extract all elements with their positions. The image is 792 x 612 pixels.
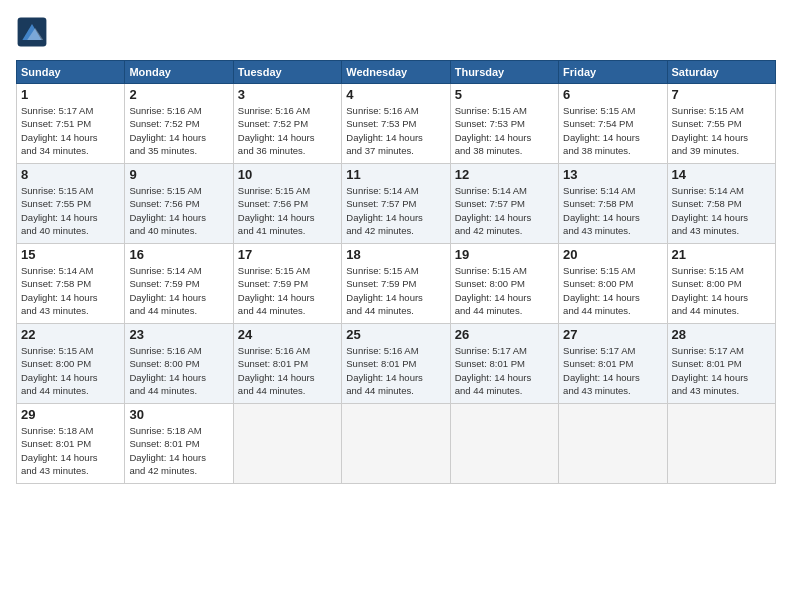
day-info: Sunrise: 5:15 AM Sunset: 7:56 PM Dayligh…	[238, 184, 337, 237]
calendar-cell: 24Sunrise: 5:16 AM Sunset: 8:01 PM Dayli…	[233, 324, 341, 404]
calendar-week-row: 1Sunrise: 5:17 AM Sunset: 7:51 PM Daylig…	[17, 84, 776, 164]
day-number: 21	[672, 247, 771, 262]
day-info: Sunrise: 5:15 AM Sunset: 7:59 PM Dayligh…	[238, 264, 337, 317]
day-number: 25	[346, 327, 445, 342]
calendar-cell: 25Sunrise: 5:16 AM Sunset: 8:01 PM Dayli…	[342, 324, 450, 404]
weekday-header: Saturday	[667, 61, 775, 84]
day-info: Sunrise: 5:14 AM Sunset: 7:57 PM Dayligh…	[346, 184, 445, 237]
day-number: 18	[346, 247, 445, 262]
calendar-cell: 14Sunrise: 5:14 AM Sunset: 7:58 PM Dayli…	[667, 164, 775, 244]
day-number: 5	[455, 87, 554, 102]
day-info: Sunrise: 5:15 AM Sunset: 8:00 PM Dayligh…	[672, 264, 771, 317]
day-number: 26	[455, 327, 554, 342]
day-number: 24	[238, 327, 337, 342]
calendar-cell	[233, 404, 341, 484]
calendar-cell: 8Sunrise: 5:15 AM Sunset: 7:55 PM Daylig…	[17, 164, 125, 244]
calendar-cell: 9Sunrise: 5:15 AM Sunset: 7:56 PM Daylig…	[125, 164, 233, 244]
logo-icon	[16, 16, 48, 48]
calendar-cell: 4Sunrise: 5:16 AM Sunset: 7:53 PM Daylig…	[342, 84, 450, 164]
day-number: 12	[455, 167, 554, 182]
day-number: 2	[129, 87, 228, 102]
calendar-cell: 28Sunrise: 5:17 AM Sunset: 8:01 PM Dayli…	[667, 324, 775, 404]
day-info: Sunrise: 5:14 AM Sunset: 7:59 PM Dayligh…	[129, 264, 228, 317]
day-info: Sunrise: 5:15 AM Sunset: 7:56 PM Dayligh…	[129, 184, 228, 237]
day-info: Sunrise: 5:14 AM Sunset: 7:58 PM Dayligh…	[563, 184, 662, 237]
calendar-cell: 16Sunrise: 5:14 AM Sunset: 7:59 PM Dayli…	[125, 244, 233, 324]
day-info: Sunrise: 5:16 AM Sunset: 8:00 PM Dayligh…	[129, 344, 228, 397]
day-info: Sunrise: 5:18 AM Sunset: 8:01 PM Dayligh…	[21, 424, 120, 477]
day-number: 28	[672, 327, 771, 342]
calendar-cell	[342, 404, 450, 484]
day-number: 9	[129, 167, 228, 182]
calendar-cell: 18Sunrise: 5:15 AM Sunset: 7:59 PM Dayli…	[342, 244, 450, 324]
calendar-cell: 29Sunrise: 5:18 AM Sunset: 8:01 PM Dayli…	[17, 404, 125, 484]
calendar-cell	[450, 404, 558, 484]
calendar-cell: 21Sunrise: 5:15 AM Sunset: 8:00 PM Dayli…	[667, 244, 775, 324]
day-info: Sunrise: 5:16 AM Sunset: 7:52 PM Dayligh…	[129, 104, 228, 157]
day-number: 23	[129, 327, 228, 342]
calendar-week-row: 8Sunrise: 5:15 AM Sunset: 7:55 PM Daylig…	[17, 164, 776, 244]
calendar-week-row: 29Sunrise: 5:18 AM Sunset: 8:01 PM Dayli…	[17, 404, 776, 484]
weekday-header: Thursday	[450, 61, 558, 84]
day-number: 14	[672, 167, 771, 182]
calendar-cell: 10Sunrise: 5:15 AM Sunset: 7:56 PM Dayli…	[233, 164, 341, 244]
calendar-cell: 3Sunrise: 5:16 AM Sunset: 7:52 PM Daylig…	[233, 84, 341, 164]
day-number: 17	[238, 247, 337, 262]
calendar-cell: 27Sunrise: 5:17 AM Sunset: 8:01 PM Dayli…	[559, 324, 667, 404]
calendar-cell: 1Sunrise: 5:17 AM Sunset: 7:51 PM Daylig…	[17, 84, 125, 164]
day-info: Sunrise: 5:15 AM Sunset: 7:59 PM Dayligh…	[346, 264, 445, 317]
day-info: Sunrise: 5:15 AM Sunset: 8:00 PM Dayligh…	[455, 264, 554, 317]
weekday-header: Tuesday	[233, 61, 341, 84]
day-number: 16	[129, 247, 228, 262]
day-info: Sunrise: 5:18 AM Sunset: 8:01 PM Dayligh…	[129, 424, 228, 477]
calendar-cell: 22Sunrise: 5:15 AM Sunset: 8:00 PM Dayli…	[17, 324, 125, 404]
calendar-cell: 5Sunrise: 5:15 AM Sunset: 7:53 PM Daylig…	[450, 84, 558, 164]
calendar-cell: 15Sunrise: 5:14 AM Sunset: 7:58 PM Dayli…	[17, 244, 125, 324]
header	[16, 16, 776, 48]
day-info: Sunrise: 5:15 AM Sunset: 8:00 PM Dayligh…	[21, 344, 120, 397]
calendar-cell: 26Sunrise: 5:17 AM Sunset: 8:01 PM Dayli…	[450, 324, 558, 404]
day-number: 7	[672, 87, 771, 102]
page: SundayMondayTuesdayWednesdayThursdayFrid…	[0, 0, 792, 612]
calendar-cell: 17Sunrise: 5:15 AM Sunset: 7:59 PM Dayli…	[233, 244, 341, 324]
day-info: Sunrise: 5:17 AM Sunset: 8:01 PM Dayligh…	[563, 344, 662, 397]
day-info: Sunrise: 5:14 AM Sunset: 7:58 PM Dayligh…	[21, 264, 120, 317]
day-info: Sunrise: 5:15 AM Sunset: 7:53 PM Dayligh…	[455, 104, 554, 157]
calendar-cell: 20Sunrise: 5:15 AM Sunset: 8:00 PM Dayli…	[559, 244, 667, 324]
day-info: Sunrise: 5:16 AM Sunset: 7:52 PM Dayligh…	[238, 104, 337, 157]
day-number: 11	[346, 167, 445, 182]
day-number: 22	[21, 327, 120, 342]
logo	[16, 16, 52, 48]
day-info: Sunrise: 5:14 AM Sunset: 7:58 PM Dayligh…	[672, 184, 771, 237]
calendar-table: SundayMondayTuesdayWednesdayThursdayFrid…	[16, 60, 776, 484]
calendar-cell: 19Sunrise: 5:15 AM Sunset: 8:00 PM Dayli…	[450, 244, 558, 324]
calendar-header-row: SundayMondayTuesdayWednesdayThursdayFrid…	[17, 61, 776, 84]
day-number: 13	[563, 167, 662, 182]
calendar-cell	[667, 404, 775, 484]
weekday-header: Monday	[125, 61, 233, 84]
day-info: Sunrise: 5:15 AM Sunset: 8:00 PM Dayligh…	[563, 264, 662, 317]
day-number: 10	[238, 167, 337, 182]
weekday-header: Sunday	[17, 61, 125, 84]
day-number: 29	[21, 407, 120, 422]
calendar-cell: 30Sunrise: 5:18 AM Sunset: 8:01 PM Dayli…	[125, 404, 233, 484]
day-info: Sunrise: 5:16 AM Sunset: 7:53 PM Dayligh…	[346, 104, 445, 157]
calendar-cell: 23Sunrise: 5:16 AM Sunset: 8:00 PM Dayli…	[125, 324, 233, 404]
day-number: 15	[21, 247, 120, 262]
calendar-week-row: 22Sunrise: 5:15 AM Sunset: 8:00 PM Dayli…	[17, 324, 776, 404]
day-number: 4	[346, 87, 445, 102]
calendar-cell: 13Sunrise: 5:14 AM Sunset: 7:58 PM Dayli…	[559, 164, 667, 244]
weekday-header: Friday	[559, 61, 667, 84]
day-info: Sunrise: 5:16 AM Sunset: 8:01 PM Dayligh…	[238, 344, 337, 397]
calendar-cell	[559, 404, 667, 484]
day-info: Sunrise: 5:17 AM Sunset: 8:01 PM Dayligh…	[455, 344, 554, 397]
day-info: Sunrise: 5:14 AM Sunset: 7:57 PM Dayligh…	[455, 184, 554, 237]
day-number: 8	[21, 167, 120, 182]
weekday-header: Wednesday	[342, 61, 450, 84]
calendar-cell: 6Sunrise: 5:15 AM Sunset: 7:54 PM Daylig…	[559, 84, 667, 164]
day-info: Sunrise: 5:17 AM Sunset: 7:51 PM Dayligh…	[21, 104, 120, 157]
day-number: 3	[238, 87, 337, 102]
calendar-cell: 11Sunrise: 5:14 AM Sunset: 7:57 PM Dayli…	[342, 164, 450, 244]
day-number: 27	[563, 327, 662, 342]
day-info: Sunrise: 5:15 AM Sunset: 7:55 PM Dayligh…	[21, 184, 120, 237]
